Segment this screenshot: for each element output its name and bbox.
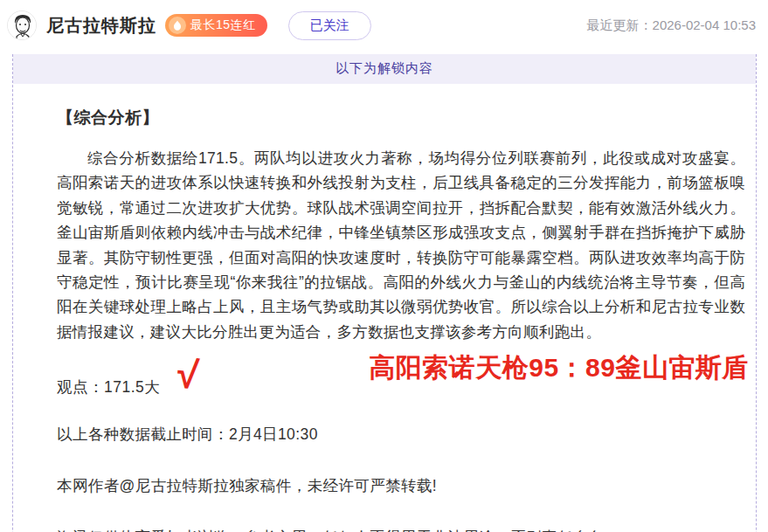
page-header: 尼古拉特斯拉 最长15连红 已关注 最近更新：2026-02-04 10:53 [0, 0, 768, 51]
author-avatar[interactable] [7, 10, 37, 40]
author-name: 尼古拉特斯拉 [46, 14, 156, 38]
streak-badge-label: 最长15连红 [190, 17, 256, 33]
score-highlight: 高阳索诺天枪95：89釜山宙斯盾 [369, 350, 749, 386]
viewpoint-row: 观点：171.5大 √ 高阳索诺天枪95：89釜山宙斯盾 [57, 350, 745, 408]
section-title: 【综合分析】 [57, 107, 745, 129]
last-updated-label: 最近更新：2026-02-04 10:53 [587, 17, 756, 34]
flame-icon [169, 17, 186, 34]
disclaimer-line: 资讯仅供体育爱好者浏览、参考之用。任何人不得用于非法用途，否则责任自负。 [57, 527, 745, 532]
analysis-paragraph: 综合分析数据给171.5。两队均以进攻火力著称，场均得分位列联赛前列，此役或成对… [57, 146, 745, 344]
unlock-banner: 以下为解锁内容 [13, 54, 756, 84]
checkmark-icon: √ [176, 355, 200, 395]
viewpoint-label: 观点：171.5大 [57, 377, 160, 397]
avatar-portrait-icon [8, 11, 37, 40]
unlocked-content-box: 以下为解锁内容 【综合分析】 综合分析数据给171.5。两队均以进攻火力著称，场… [12, 54, 757, 532]
data-cutoff-line: 以上各种数据截止时间：2月4日10:30 [57, 424, 745, 445]
follow-button[interactable]: 已关注 [288, 11, 371, 40]
article-body: 【综合分析】 综合分析数据给171.5。两队均以进攻火力著称，场均得分位列联赛前… [13, 107, 756, 532]
copyright-notice: 本网作者@尼古拉特斯拉独家稿件，未经许可严禁转载! [57, 475, 745, 496]
streak-badge: 最长15连红 [165, 14, 267, 37]
